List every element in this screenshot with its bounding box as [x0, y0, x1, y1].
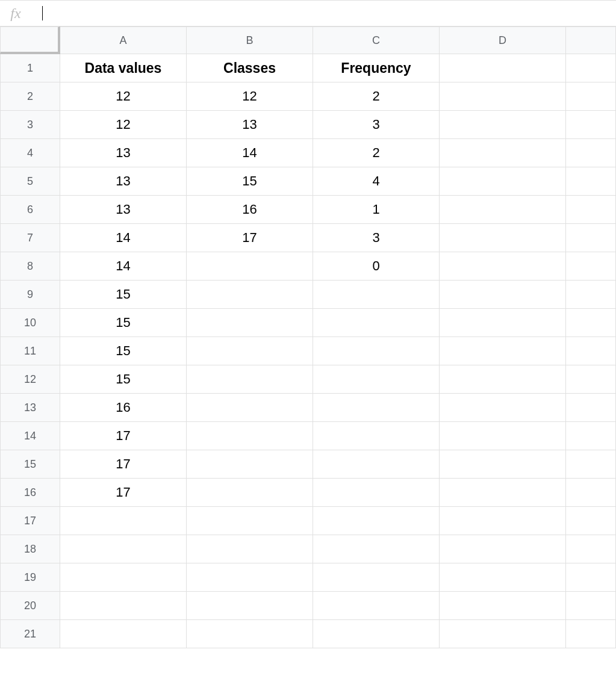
cell-C11[interactable] [313, 337, 440, 365]
row-header-15[interactable]: 15 [0, 450, 60, 479]
cell-B2[interactable]: 12 [187, 82, 313, 111]
cell-E2[interactable] [566, 82, 616, 111]
cell-B19[interactable] [187, 563, 313, 592]
cell-A1[interactable]: Data values [60, 54, 187, 82]
cell-E1[interactable] [566, 54, 616, 82]
cell-E15[interactable] [566, 450, 616, 479]
cell-D19[interactable] [440, 563, 566, 592]
cell-B9[interactable] [187, 281, 313, 309]
col-header-A[interactable]: A [60, 26, 187, 54]
cell-B12[interactable] [187, 365, 313, 394]
cell-A2[interactable]: 12 [60, 82, 187, 111]
cell-D17[interactable] [440, 507, 566, 535]
cell-B5[interactable]: 15 [187, 167, 313, 196]
col-header-E[interactable] [566, 26, 616, 54]
cell-D14[interactable] [440, 422, 566, 450]
cell-E21[interactable] [566, 620, 616, 648]
cell-B1[interactable]: Classes [187, 54, 313, 82]
cell-C16[interactable] [313, 479, 440, 507]
cell-E13[interactable] [566, 394, 616, 422]
select-all-corner[interactable] [0, 26, 60, 54]
cell-C17[interactable] [313, 507, 440, 535]
row-header-4[interactable]: 4 [0, 139, 60, 167]
row-header-14[interactable]: 14 [0, 422, 60, 450]
cell-E7[interactable] [566, 224, 616, 252]
cell-B13[interactable] [187, 394, 313, 422]
cell-E9[interactable] [566, 281, 616, 309]
cell-D1[interactable] [440, 54, 566, 82]
cell-E14[interactable] [566, 422, 616, 450]
cell-C8[interactable]: 0 [313, 252, 440, 281]
cell-C4[interactable]: 2 [313, 139, 440, 167]
row-header-17[interactable]: 17 [0, 507, 60, 535]
cell-A19[interactable] [60, 563, 187, 592]
cell-D9[interactable] [440, 281, 566, 309]
cell-E8[interactable] [566, 252, 616, 281]
cell-D15[interactable] [440, 450, 566, 479]
cell-C9[interactable] [313, 281, 440, 309]
row-header-5[interactable]: 5 [0, 167, 60, 196]
cell-C18[interactable] [313, 535, 440, 563]
cell-E17[interactable] [566, 507, 616, 535]
cell-E3[interactable] [566, 111, 616, 139]
cell-D11[interactable] [440, 337, 566, 365]
cell-A11[interactable]: 15 [60, 337, 187, 365]
row-header-7[interactable]: 7 [0, 224, 60, 252]
row-header-21[interactable]: 21 [0, 620, 60, 648]
cell-B11[interactable] [187, 337, 313, 365]
cell-D10[interactable] [440, 309, 566, 337]
cell-D20[interactable] [440, 592, 566, 620]
cell-A12[interactable]: 15 [60, 365, 187, 394]
row-header-12[interactable]: 12 [0, 365, 60, 394]
cell-C6[interactable]: 1 [313, 196, 440, 224]
cell-B10[interactable] [187, 309, 313, 337]
cell-B15[interactable] [187, 450, 313, 479]
cell-C1[interactable]: Frequency [313, 54, 440, 82]
formula-input[interactable] [31, 1, 616, 26]
cell-D2[interactable] [440, 82, 566, 111]
cell-D5[interactable] [440, 167, 566, 196]
cell-E10[interactable] [566, 309, 616, 337]
cell-E20[interactable] [566, 592, 616, 620]
cell-C5[interactable]: 4 [313, 167, 440, 196]
cell-A18[interactable] [60, 535, 187, 563]
col-header-D[interactable]: D [440, 26, 566, 54]
cell-E18[interactable] [566, 535, 616, 563]
cell-D7[interactable] [440, 224, 566, 252]
cell-C12[interactable] [313, 365, 440, 394]
cell-E5[interactable] [566, 167, 616, 196]
cell-C20[interactable] [313, 592, 440, 620]
cell-A10[interactable]: 15 [60, 309, 187, 337]
cell-B17[interactable] [187, 507, 313, 535]
cell-B3[interactable]: 13 [187, 111, 313, 139]
cell-D3[interactable] [440, 111, 566, 139]
cell-D13[interactable] [440, 394, 566, 422]
cell-B14[interactable] [187, 422, 313, 450]
cell-A8[interactable]: 14 [60, 252, 187, 281]
cell-D4[interactable] [440, 139, 566, 167]
cell-B6[interactable]: 16 [187, 196, 313, 224]
row-header-20[interactable]: 20 [0, 592, 60, 620]
cell-C2[interactable]: 2 [313, 82, 440, 111]
cell-D16[interactable] [440, 479, 566, 507]
cell-C14[interactable] [313, 422, 440, 450]
cell-B7[interactable]: 17 [187, 224, 313, 252]
row-header-9[interactable]: 9 [0, 281, 60, 309]
cell-A7[interactable]: 14 [60, 224, 187, 252]
col-header-B[interactable]: B [187, 26, 313, 54]
cell-A13[interactable]: 16 [60, 394, 187, 422]
row-header-3[interactable]: 3 [0, 111, 60, 139]
cell-A20[interactable] [60, 592, 187, 620]
cell-E4[interactable] [566, 139, 616, 167]
cell-C10[interactable] [313, 309, 440, 337]
cell-A6[interactable]: 13 [60, 196, 187, 224]
cell-C21[interactable] [313, 620, 440, 648]
cell-A15[interactable]: 17 [60, 450, 187, 479]
cell-C3[interactable]: 3 [313, 111, 440, 139]
row-header-19[interactable]: 19 [0, 563, 60, 592]
cell-A16[interactable]: 17 [60, 479, 187, 507]
cell-A21[interactable] [60, 620, 187, 648]
cell-A3[interactable]: 12 [60, 111, 187, 139]
row-header-2[interactable]: 2 [0, 82, 60, 111]
cell-E6[interactable] [566, 196, 616, 224]
